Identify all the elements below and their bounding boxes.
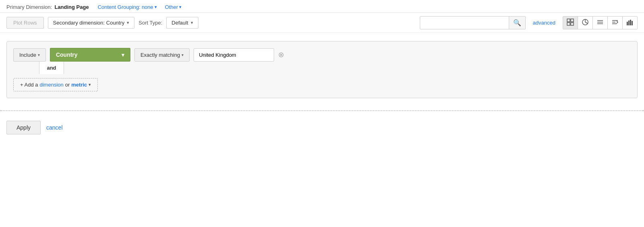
add-dimension-button[interactable]: + Add a dimension or metric ▾ (13, 78, 98, 91)
filter-section: Include ▾ Country ▾ Exactly matching ▾ ⊗… (6, 41, 638, 98)
and-connector-row: and (13, 62, 631, 74)
add-prefix: + Add a (20, 82, 38, 88)
content-grouping-dropdown[interactable]: Content Grouping: none ▾ (98, 4, 157, 10)
sort-type-value: Default (171, 20, 188, 26)
plot-rows-button[interactable]: Plot Rows (6, 17, 44, 29)
pie-view-button[interactable] (578, 17, 593, 29)
cancel-link[interactable]: cancel (46, 124, 62, 131)
content-grouping-arrow-icon: ▾ (155, 4, 157, 10)
search-button[interactable]: 🔍 (509, 17, 525, 29)
exactly-matching-button[interactable]: Exactly matching ▾ (134, 48, 190, 62)
svg-rect-12 (628, 21, 630, 25)
toolbar: Plot Rows Secondary dimension: Country ▾… (0, 13, 644, 33)
sort-type-caret-icon: ▾ (191, 20, 193, 25)
country-label: Country (56, 52, 78, 58)
secondary-dimension-caret-icon: ▾ (127, 20, 129, 25)
content-grouping-value: none (142, 4, 153, 10)
svg-rect-11 (627, 22, 628, 25)
filter-row: Include ▾ Country ▾ Exactly matching ▾ ⊗ (13, 48, 631, 62)
comparison-icon (611, 19, 619, 27)
include-caret-icon: ▾ (38, 53, 40, 57)
grid-view-button[interactable] (563, 17, 578, 29)
and-label: and (39, 62, 64, 74)
apply-button[interactable]: Apply (6, 121, 41, 134)
include-label: Include (19, 52, 36, 58)
search-input[interactable] (420, 17, 509, 28)
dimension-link: dimension (39, 82, 63, 88)
add-dimension-row: + Add a dimension or metric ▾ (13, 78, 631, 91)
clear-icon: ⊗ (278, 51, 284, 59)
top-bar: Primary Dimension: Landing Page Content … (0, 0, 644, 13)
svg-rect-13 (630, 20, 631, 25)
filter-value-input[interactable] (194, 48, 274, 62)
column-icon (626, 19, 634, 27)
primary-dimension-label: Primary Dimension: (6, 4, 52, 10)
list-icon (597, 19, 604, 27)
dotted-divider (0, 110, 644, 111)
primary-dimension-value: Landing Page (54, 4, 89, 10)
exactly-matching-label: Exactly matching (140, 52, 180, 58)
exactly-matching-caret-icon: ▾ (182, 53, 184, 57)
svg-rect-1 (571, 19, 574, 22)
svg-rect-2 (567, 23, 570, 25)
country-dropdown[interactable]: Country ▾ (50, 48, 130, 62)
grid-icon (567, 19, 574, 27)
country-caret-icon: ▾ (122, 52, 124, 58)
other-label: Other (165, 4, 178, 10)
and-right-spacer (90, 62, 631, 74)
content-grouping-label: Content Grouping: (98, 4, 140, 10)
add-dimension-caret-icon: ▾ (89, 82, 91, 87)
search-box: 🔍 (420, 16, 526, 29)
svg-rect-3 (571, 23, 574, 25)
metric-link: metric (71, 82, 87, 88)
secondary-dimension-label: Secondary dimension: Country (53, 20, 125, 26)
advanced-link[interactable]: advanced (533, 20, 555, 26)
sort-type-dropdown[interactable]: Default ▾ (166, 17, 198, 29)
add-or-label: or (65, 82, 70, 88)
clear-filter-button[interactable]: ⊗ (278, 51, 284, 58)
bottom-actions: Apply cancel (0, 118, 644, 138)
view-icons-group (563, 16, 638, 29)
sort-type-label: Sort Type: (138, 20, 162, 26)
svg-rect-14 (632, 21, 633, 25)
search-icon: 🔍 (513, 19, 521, 26)
comparison-view-button[interactable] (608, 17, 623, 29)
svg-rect-0 (567, 19, 570, 22)
column-view-button[interactable] (623, 17, 637, 29)
secondary-dimension-dropdown[interactable]: Secondary dimension: Country ▾ (48, 17, 135, 29)
other-arrow-icon: ▾ (179, 4, 182, 10)
other-dropdown[interactable]: Other ▾ (165, 4, 182, 10)
list-view-button[interactable] (593, 17, 608, 29)
and-left-spacer: and (13, 62, 90, 74)
pie-icon (582, 19, 589, 27)
include-button[interactable]: Include ▾ (13, 48, 46, 62)
